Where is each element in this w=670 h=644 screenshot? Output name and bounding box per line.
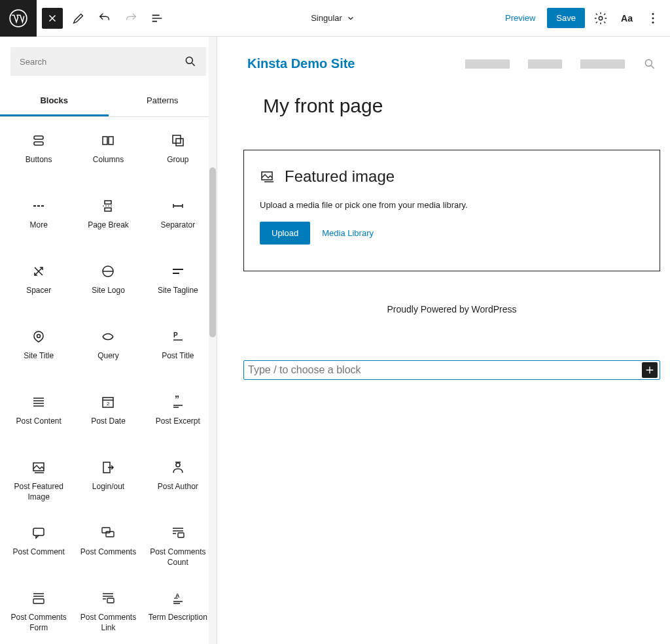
- editor-topbar: Singular Preview Save Aa: [0, 0, 670, 37]
- site-title-block[interactable]: Kinsta Demo Site: [247, 56, 355, 71]
- block-label: Post Date: [91, 416, 126, 427]
- block-label: Post Comments Form: [7, 613, 71, 633]
- block-search[interactable]: [10, 47, 206, 76]
- close-icon: [46, 12, 58, 24]
- block-label: Site Logo: [92, 286, 125, 296]
- wordpress-logo[interactable]: [0, 0, 37, 37]
- block-post-date[interactable]: 2Post Date: [73, 385, 143, 450]
- svg-rect-28: [107, 598, 114, 603]
- block-post-comments-link[interactable]: Post Comments Link: [73, 581, 143, 644]
- block-label: Query: [97, 351, 119, 362]
- svg-text:P: P: [173, 331, 178, 339]
- settings-button[interactable]: [590, 8, 611, 29]
- more-icon: [31, 198, 46, 214]
- block-post-comments-form[interactable]: Post Comments Form: [4, 581, 73, 644]
- styles-button[interactable]: Aa: [616, 8, 637, 29]
- block-post-author[interactable]: Post Author: [143, 450, 213, 516]
- block-buttons[interactable]: Buttons: [4, 124, 73, 189]
- pencil-icon: [71, 11, 86, 25]
- block-more[interactable]: More: [4, 189, 73, 254]
- wordpress-icon: [9, 9, 27, 27]
- svg-point-2: [652, 13, 654, 15]
- block-group[interactable]: Group: [143, 124, 213, 189]
- block-site-title[interactable]: Site Title: [4, 320, 73, 385]
- close-inserter-button[interactable]: [42, 8, 63, 29]
- block-appender[interactable]: [243, 360, 660, 380]
- more-vertical-icon: [646, 11, 660, 25]
- search-icon[interactable]: [643, 58, 656, 71]
- svg-rect-8: [103, 137, 107, 144]
- topbar-right-tools: Preview Save Aa: [499, 8, 670, 29]
- block-post-comments[interactable]: Post Comments: [73, 516, 143, 581]
- block-site-logo[interactable]: Site Logo: [73, 254, 143, 320]
- nav-placeholder: [580, 59, 625, 69]
- post-title-icon: P: [170, 329, 186, 345]
- block-login-out[interactable]: Login/out: [73, 450, 143, 516]
- post-comments-form-icon: [31, 590, 46, 606]
- block-label: Post Title: [162, 351, 194, 362]
- redo-button[interactable]: [120, 8, 141, 29]
- add-block-button[interactable]: [642, 362, 658, 378]
- block-label: Site Tagline: [158, 286, 198, 296]
- block-separator[interactable]: Separator: [143, 189, 213, 254]
- svg-point-3: [652, 17, 654, 19]
- block-post-featured-image[interactable]: Post Featured Image: [4, 450, 73, 516]
- block-term-description[interactable]: ATerm Description: [143, 581, 213, 644]
- search-input[interactable]: [20, 57, 184, 67]
- block-post-comment[interactable]: Post Comment: [4, 516, 73, 581]
- tab-blocks[interactable]: Blocks: [0, 86, 109, 116]
- list-view-button[interactable]: [147, 8, 168, 29]
- preview-button[interactable]: Preview: [499, 9, 542, 27]
- block-spacer[interactable]: Spacer: [4, 254, 73, 320]
- svg-point-0: [10, 10, 27, 27]
- block-page-break[interactable]: Page Break: [73, 189, 143, 254]
- block-label: Page Break: [88, 220, 129, 231]
- main-area: Blocks Patterns ButtonsColumnsGroupMoreP…: [0, 37, 670, 644]
- post-title-block[interactable]: My front page: [263, 95, 660, 117]
- block-label: Buttons: [26, 155, 52, 165]
- topbar-left-tools: [37, 8, 168, 29]
- template-selector[interactable]: Singular: [168, 13, 499, 23]
- page-break-icon: [100, 198, 116, 214]
- block-label: Post Comments Count: [146, 547, 210, 568]
- scrollbar-thumb[interactable]: [209, 167, 216, 337]
- sidebar-scrollbar[interactable]: [209, 37, 217, 644]
- undo-button[interactable]: [94, 8, 115, 29]
- block-post-comments-count[interactable]: Post Comments Count: [143, 516, 213, 581]
- editor-canvas: Kinsta Demo Site My front page Featured …: [217, 37, 670, 644]
- template-label: Singular: [311, 13, 342, 23]
- separator-icon: [170, 198, 186, 214]
- save-button[interactable]: Save: [547, 8, 585, 28]
- spacer-icon: [31, 263, 46, 279]
- block-columns[interactable]: Columns: [73, 124, 143, 189]
- post-featured-image-icon: [31, 460, 46, 475]
- redo-icon: [124, 11, 138, 25]
- upload-button[interactable]: Upload: [260, 222, 310, 245]
- more-options-button[interactable]: [643, 8, 663, 29]
- block-post-excerpt[interactable]: ”Post Excerpt: [143, 385, 213, 450]
- featured-image-title: Featured image: [285, 167, 395, 186]
- svg-rect-26: [178, 533, 184, 537]
- tab-patterns[interactable]: Patterns: [109, 86, 217, 116]
- media-library-link[interactable]: Media Library: [322, 228, 374, 238]
- svg-rect-12: [105, 201, 111, 204]
- appender-input[interactable]: [248, 364, 656, 376]
- block-label: Term Description: [149, 613, 207, 623]
- featured-image-desc: Upload a media file or pick one from you…: [260, 200, 644, 210]
- featured-image-placeholder[interactable]: Featured image Upload a media file or pi…: [243, 150, 660, 271]
- block-query[interactable]: Query: [73, 320, 143, 385]
- block-post-title[interactable]: PPost Title: [143, 320, 213, 385]
- plus-icon: [644, 365, 655, 375]
- navigation-block[interactable]: [465, 58, 656, 71]
- post-content-icon: [31, 394, 46, 410]
- edit-tool-button[interactable]: [68, 8, 89, 29]
- post-comments-icon: [100, 525, 116, 541]
- login-out-icon: [100, 460, 116, 475]
- block-label: Columns: [93, 155, 124, 165]
- svg-rect-7: [34, 142, 43, 145]
- block-site-tagline[interactable]: Site Tagline: [143, 254, 213, 320]
- gear-icon: [593, 11, 608, 25]
- block-post-content[interactable]: Post Content: [4, 385, 73, 450]
- block-label: Spacer: [26, 286, 51, 296]
- footer-text-block[interactable]: Proudly Powered by WordPress: [243, 304, 660, 314]
